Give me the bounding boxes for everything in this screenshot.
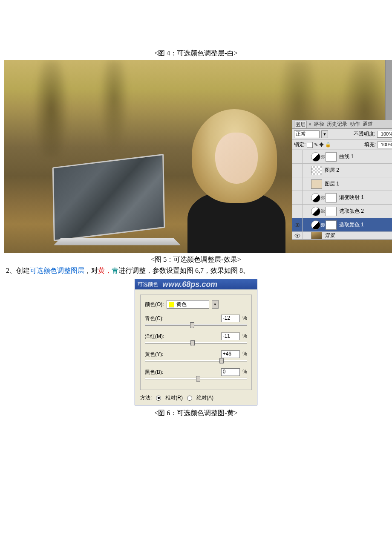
tab-layers[interactable]: 图层 (294, 121, 307, 128)
adjustment-icon (311, 193, 320, 202)
layer-thumb[interactable] (311, 179, 322, 189)
pct: % (242, 351, 247, 357)
layer-mask-thumb[interactable] (326, 220, 337, 230)
layer-mask-thumb[interactable] (326, 207, 337, 216)
mask-link-icon: ⛓ (321, 152, 325, 162)
mask-link-icon: ⛓ (321, 220, 325, 230)
slider-thumb-icon[interactable] (190, 340, 195, 346)
magenta-label: 洋红(M): (145, 333, 164, 340)
layer-name[interactable]: 渐变映射 1 (337, 194, 392, 201)
layer-thumb[interactable] (311, 232, 322, 240)
dialog-titlebar: 可选颜色 www.68ps.com (135, 279, 257, 289)
selective-color-dialog: 可选颜色 www.68ps.com 颜色(O): 黄色 ▼ 青色(C): -12… (135, 279, 257, 405)
magenta-slider[interactable] (145, 342, 247, 344)
panel-tabs: 图层 × 路径 历史记录 动作 通道 (292, 120, 392, 129)
lock-transparent-icon[interactable] (307, 142, 313, 148)
lock-brush-icon[interactable]: ✎ (314, 142, 318, 147)
yellow-slider-group: 黄色(Y): +46 % (145, 350, 247, 361)
visibility-toggle[interactable] (292, 218, 303, 232)
tab-x: × (308, 121, 312, 127)
color-dropdown[interactable]: 黄色 (167, 300, 209, 309)
layer-name[interactable]: 曲线 1 (337, 153, 392, 160)
layer-thumb[interactable] (311, 166, 322, 175)
result-figure: www.68ps.com 图层 × 路径 历史记录 动作 通道 正常 ▼ 不透明… (4, 60, 392, 253)
layers-panel: 图层 × 路径 历史记录 动作 通道 正常 ▼ 不透明度: 100% 锁定: ✎… (292, 120, 392, 240)
black-slider-group: 黑色(B): 0 % (145, 368, 247, 379)
opacity-label: 不透明度: (354, 130, 375, 138)
dropdown-arrow-icon[interactable]: ▼ (212, 300, 219, 309)
tab-actions[interactable]: 动作 (349, 121, 361, 128)
visibility-toggle[interactable] (292, 191, 303, 205)
dialog-title-text: 可选颜色 (138, 281, 158, 288)
yellow-slider[interactable] (145, 360, 247, 361)
step-pre: 创建 (16, 267, 30, 274)
layer-row-selcolor1[interactable]: ⛓ 选取颜色 1 (292, 218, 392, 232)
cyan-input[interactable]: -12 (221, 315, 240, 322)
lock-all-icon[interactable]: 🔒 (325, 142, 331, 147)
cyan-slider-group: 青色(C): -12 % (145, 315, 247, 326)
layer-name[interactable]: 图层 1 (323, 180, 392, 188)
tab-history[interactable]: 历史记录 (326, 121, 348, 128)
layer-row-layer2[interactable]: 图层 2 (292, 164, 392, 177)
panel-edge (385, 60, 392, 120)
adjustment-icon (311, 220, 320, 230)
tab-channels[interactable]: 通道 (362, 121, 374, 128)
layer-row-curves1[interactable]: ⛓ 曲线 1 (292, 150, 392, 164)
layer-name[interactable]: 图层 2 (323, 167, 392, 174)
lock-move-icon[interactable]: ✥ (319, 142, 324, 148)
step-yellow: 黄， (98, 267, 112, 274)
radio-absolute[interactable] (187, 396, 192, 401)
magenta-slider-group: 洋红(M): -11 % (145, 332, 247, 344)
pct: % (242, 369, 247, 375)
layer-row-gradmap1[interactable]: ⛓ 渐变映射 1 (292, 191, 392, 205)
tab-paths[interactable]: 路径 (313, 121, 325, 128)
step-m1: ，对 (84, 267, 98, 274)
adjustment-icon (311, 207, 320, 216)
slider-thumb-icon[interactable] (190, 322, 194, 328)
lock-label: 锁定: (294, 141, 306, 148)
visibility-toggle[interactable] (292, 164, 303, 177)
mask-link-icon: ⛓ (321, 193, 325, 202)
radio-relative[interactable] (156, 396, 161, 401)
layer-name[interactable]: 选取颜色 2 (337, 208, 392, 215)
svg-point-1 (297, 224, 298, 226)
black-input[interactable]: 0 (221, 368, 240, 376)
fill-input[interactable]: 100% (377, 142, 392, 148)
slider-thumb-icon[interactable] (196, 376, 200, 382)
dialog-fieldset: 颜色(O): 黄色 ▼ 青色(C): -12 % 洋红(M): -11 % 黄 (140, 295, 252, 390)
slider-thumb-icon[interactable] (219, 358, 224, 364)
color-label: 颜色(O): (145, 301, 164, 308)
eye-icon (294, 223, 300, 227)
step-m2: 进行调整，参数设置如图 6,7，效果如图 8。 (118, 267, 250, 274)
layer-row-selcolor2[interactable]: ⛓ 选取颜色 2 (292, 205, 392, 218)
blend-dropdown-icon[interactable]: ▼ (321, 130, 328, 138)
dialog-watermark: www.68ps.com (162, 280, 217, 289)
blend-mode-select[interactable]: 正常 (294, 130, 320, 138)
layer-mask-thumb[interactable] (326, 152, 337, 162)
pct: % (242, 315, 247, 321)
visibility-toggle[interactable] (292, 177, 303, 191)
layer-row-layer1[interactable]: 图层 1 (292, 177, 392, 191)
step-link: 可选颜色调整图层 (30, 267, 84, 274)
yellow-label: 黄色(Y): (145, 351, 163, 358)
figure-6-caption: <图 6：可选颜色调整图-黄> (4, 409, 388, 418)
method-row: 方法: 相对(R) 绝对(A) (140, 394, 252, 402)
visibility-toggle[interactable] (292, 205, 303, 218)
relative-label: 相对(R) (165, 394, 183, 402)
lock-fill-row: 锁定: ✎ ✥ 🔒 填充: 100% (292, 140, 392, 150)
visibility-toggle[interactable] (292, 150, 303, 164)
step-number: 2、 (6, 267, 16, 274)
cyan-slider[interactable] (145, 324, 247, 326)
magenta-input[interactable]: -11 (221, 332, 240, 340)
mask-link-icon: ⛓ (321, 207, 325, 216)
layer-name[interactable]: 背景 (323, 232, 392, 239)
layer-mask-thumb[interactable] (326, 193, 337, 202)
yellow-input[interactable]: +46 (221, 350, 240, 358)
layer-name[interactable]: 选取颜色 1 (337, 221, 392, 228)
black-label: 黑色(B): (145, 369, 163, 376)
visibility-toggle[interactable] (292, 232, 303, 240)
opacity-input[interactable]: 100% (377, 131, 392, 138)
layer-row-background[interactable]: 背景 (292, 232, 392, 240)
black-slider[interactable] (145, 378, 247, 379)
blend-opacity-row: 正常 ▼ 不透明度: 100% (292, 129, 392, 140)
